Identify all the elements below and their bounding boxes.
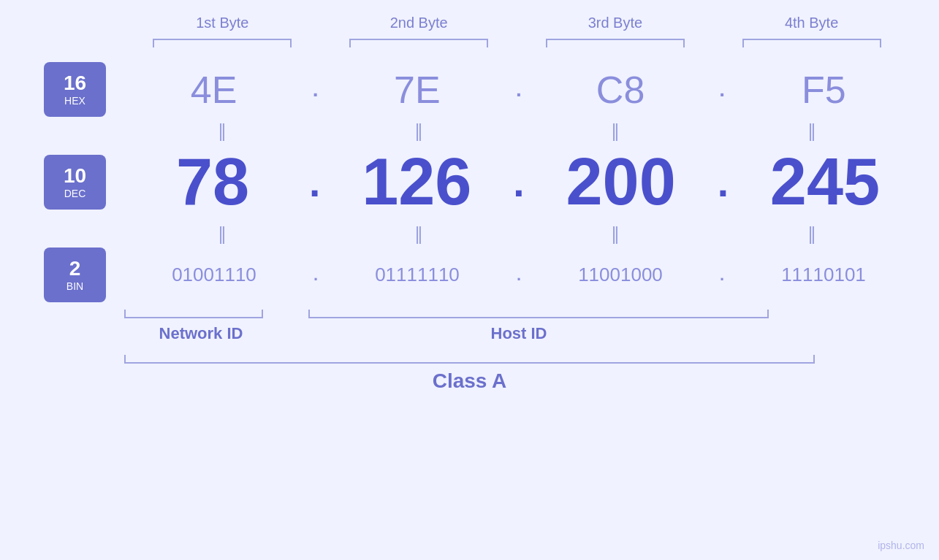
labels-row: Network ID Host ID bbox=[29, 324, 910, 343]
equals-row-1: ‖ ‖ ‖ ‖ bbox=[29, 120, 910, 141]
bin-badge-label: BIN bbox=[66, 280, 83, 292]
dot-dec-2: . bbox=[513, 159, 524, 206]
dot-bin-2: . bbox=[517, 266, 521, 285]
bin-val-1: 01001110 bbox=[141, 264, 287, 286]
hex-val-3: C8 bbox=[547, 68, 693, 112]
dec-badge-num: 10 bbox=[64, 165, 86, 188]
bracket-2 bbox=[349, 39, 488, 47]
hex-badge-label: HEX bbox=[64, 95, 85, 107]
hex-values: 4E . 7E . C8 . F5 bbox=[128, 68, 910, 112]
bracket-3 bbox=[546, 39, 685, 47]
bin-val-2: 01111110 bbox=[344, 264, 490, 286]
byte-header-3: 3rd Byte bbox=[542, 15, 688, 31]
dot-bin-3: . bbox=[720, 266, 724, 285]
dec-values: 78 . 126 . 200 . 245 bbox=[128, 145, 910, 220]
bin-val-4: 11110101 bbox=[750, 264, 897, 286]
bin-val-3: 11001000 bbox=[547, 264, 693, 286]
bin-values: 01001110 . 01111110 . 11001000 . 1111010… bbox=[128, 264, 910, 286]
main-container: 1st Byte 2nd Byte 3rd Byte 4th Byte 16 H… bbox=[0, 0, 939, 560]
hex-badge: 16 HEX bbox=[44, 62, 106, 117]
dot-1: . bbox=[313, 78, 319, 101]
host-id-label: Host ID bbox=[285, 324, 753, 343]
bin-badge-num: 2 bbox=[69, 258, 81, 280]
dec-badge: 10 DEC bbox=[44, 155, 106, 210]
hex-val-2: 7E bbox=[344, 68, 490, 112]
hex-val-4: F5 bbox=[750, 68, 897, 112]
dot-3: . bbox=[719, 78, 725, 101]
bracket-1 bbox=[153, 39, 292, 47]
dot-dec-1: . bbox=[309, 159, 320, 206]
dec-val-1: 78 bbox=[140, 145, 286, 220]
eq-3: ‖ bbox=[542, 120, 688, 141]
top-bracket-row bbox=[29, 39, 910, 47]
eq2-2: ‖ bbox=[346, 223, 492, 244]
network-bracket bbox=[124, 310, 263, 318]
dec-val-3: 200 bbox=[548, 145, 694, 220]
byte-header-2: 2nd Byte bbox=[346, 15, 492, 31]
byte-headers: 1st Byte 2nd Byte 3rd Byte 4th Byte bbox=[29, 15, 910, 31]
bin-row: 2 BIN 01001110 . 01111110 . 11001000 . 1… bbox=[29, 248, 910, 302]
dec-val-2: 126 bbox=[343, 145, 490, 220]
eq-1: ‖ bbox=[149, 120, 295, 141]
dot-dec-3: . bbox=[718, 159, 729, 206]
eq2-3: ‖ bbox=[542, 223, 688, 244]
class-label: Class A bbox=[433, 369, 507, 393]
hex-badge-num: 16 bbox=[64, 72, 86, 95]
eq-4: ‖ bbox=[739, 120, 885, 141]
hex-val-1: 4E bbox=[141, 68, 287, 112]
watermark: ipshu.com bbox=[878, 540, 924, 551]
dec-row: 10 DEC 78 . 126 . 200 . 245 bbox=[29, 145, 910, 220]
dec-badge-label: DEC bbox=[64, 188, 86, 199]
eq2-1: ‖ bbox=[149, 223, 295, 244]
byte-header-1: 1st Byte bbox=[149, 15, 295, 31]
network-id-label: Network ID bbox=[124, 324, 278, 343]
dot-2: . bbox=[516, 78, 522, 101]
equals-row-2: ‖ ‖ ‖ ‖ bbox=[29, 223, 910, 244]
bin-badge: 2 BIN bbox=[44, 248, 106, 302]
class-bracket-row bbox=[29, 355, 910, 364]
host-bracket bbox=[308, 310, 769, 318]
hex-row: 16 HEX 4E . 7E . C8 . F5 bbox=[29, 62, 910, 117]
class-bracket bbox=[124, 355, 815, 364]
dot-bin-1: . bbox=[313, 266, 318, 285]
bottom-brackets bbox=[29, 310, 910, 318]
byte-header-4: 4th Byte bbox=[739, 15, 885, 31]
bracket-4 bbox=[742, 39, 881, 47]
eq2-4: ‖ bbox=[739, 223, 885, 244]
dec-val-4: 245 bbox=[752, 145, 898, 220]
eq-2: ‖ bbox=[346, 120, 492, 141]
